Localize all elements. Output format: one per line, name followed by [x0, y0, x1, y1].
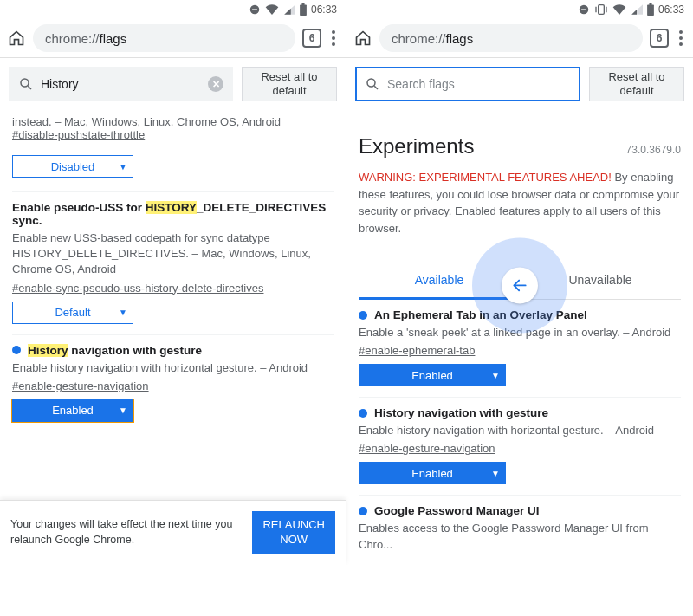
search-highlight: History — [28, 344, 68, 357]
vibrate-icon — [594, 3, 608, 16]
status-time: 06:33 — [658, 3, 684, 16]
flag-title: Google Password Manager UI — [359, 504, 681, 517]
flag-description: Enable a 'sneak peek' at a linked page i… — [359, 325, 681, 340]
flag-title: History navigation with gesture — [359, 406, 681, 419]
dnd-icon — [249, 3, 261, 16]
clear-search-button[interactable]: ✕ — [208, 76, 223, 92]
dropdown-value: Enabled — [411, 467, 453, 480]
flag-dropdown-default[interactable]: Default▼ — [12, 302, 133, 324]
flag-dropdown-enabled[interactable]: Enabled▼ — [359, 462, 506, 484]
flag-hash-link[interactable]: #enable-gesture-navigation — [12, 379, 149, 392]
relaunch-bar: Your changes will take effect the next t… — [0, 500, 346, 565]
signal-icon — [631, 4, 643, 15]
tab-count: 6 — [309, 32, 315, 44]
tab-available[interactable]: Available — [359, 263, 520, 300]
reset-all-button[interactable]: Reset all todefault — [589, 67, 684, 101]
reset-label-2: default — [619, 84, 653, 97]
dropdown-value: Default — [55, 306, 90, 319]
wifi-icon — [612, 4, 626, 15]
flag-dropdown-disabled[interactable]: Disabled▼ — [12, 155, 133, 178]
experiments-tabs: Available Unavailable — [359, 263, 681, 300]
flags-search-input[interactable] — [41, 77, 201, 91]
tab-switcher-button[interactable]: 6 — [650, 29, 669, 48]
svg-point-13 — [367, 79, 375, 87]
url-path: flags — [100, 31, 127, 46]
browser-toolbar: chrome://flags 6 — [346, 19, 693, 57]
svg-rect-2 — [300, 5, 307, 16]
svg-rect-7 — [581, 9, 586, 10]
search-icon — [365, 76, 380, 92]
battery-icon — [300, 3, 307, 16]
dnd-icon — [578, 3, 590, 16]
flag-hash-link[interactable]: #disable-pushstate-throttle — [12, 128, 145, 141]
url-path: flags — [446, 31, 474, 46]
search-icon — [18, 76, 34, 92]
chevron-down-icon: ▼ — [119, 162, 127, 172]
svg-line-14 — [374, 86, 378, 89]
svg-point-4 — [21, 79, 29, 87]
flag-hash-link[interactable]: #enable-ephemeral-tab — [359, 344, 475, 357]
reset-label-1: Reset all to — [261, 70, 317, 83]
flag-dropdown-enabled[interactable]: Enabled▼ — [12, 399, 133, 422]
warning-text: WARNING: EXPERIMENTAL FEATURES AHEAD! By… — [359, 169, 681, 237]
reset-label-1: Reset all to — [608, 70, 664, 83]
tab-switcher-button[interactable]: 6 — [302, 29, 321, 48]
url-scheme: chrome:// — [45, 31, 100, 46]
svg-line-5 — [28, 86, 31, 89]
flag-description: Enables access to the Google Password Ma… — [359, 521, 681, 552]
flags-search-box[interactable] — [355, 67, 580, 101]
home-icon[interactable] — [7, 29, 26, 48]
flags-search-box[interactable]: ✕ — [9, 67, 233, 101]
modified-flag-dot-icon — [359, 409, 367, 418]
svg-rect-1 — [252, 9, 257, 10]
chevron-down-icon: ▼ — [491, 371, 500, 380]
svg-rect-12 — [649, 3, 651, 5]
relaunch-button[interactable]: RELAUNCH NOW — [252, 511, 335, 554]
flag-description: Enable history navigation with horizonta… — [12, 360, 334, 376]
omnibox[interactable]: chrome://flags — [379, 24, 643, 52]
flag-dropdown-enabled[interactable]: Enabled▼ — [359, 364, 506, 386]
experiments-heading: Experiments — [359, 134, 474, 159]
dropdown-value: Enabled — [411, 369, 453, 382]
modified-flag-dot-icon — [359, 311, 367, 320]
flag-title: History navigation with gesture — [12, 344, 334, 357]
chevron-down-icon: ▼ — [119, 308, 127, 317]
chevron-down-icon: ▼ — [491, 469, 500, 478]
svg-rect-11 — [647, 5, 654, 16]
truncated-flag-desc: instead. – Mac, Windows, Linux, Chrome O… — [12, 110, 334, 128]
flag-hash-link[interactable]: #enable-gesture-navigation — [359, 442, 495, 455]
flags-search-input[interactable] — [387, 77, 571, 91]
flag-title: An Ephemeral Tab in an Overlay Panel — [359, 308, 681, 321]
home-icon[interactable] — [353, 29, 372, 48]
chevron-down-icon: ▼ — [119, 405, 127, 415]
tab-unavailable[interactable]: Unavailable — [520, 263, 681, 299]
modified-flag-dot-icon — [12, 346, 21, 354]
flag-title: Enable pseudo-USS for HISTORY_DELETE_DIR… — [12, 201, 334, 227]
status-time: 06:33 — [311, 3, 337, 16]
relaunch-message: Your changes will take effect the next t… — [10, 517, 243, 548]
url-scheme: chrome:// — [392, 31, 446, 46]
browser-toolbar: chrome://flags 6 — [0, 19, 346, 57]
reset-all-button[interactable]: Reset all todefault — [242, 67, 337, 101]
wifi-icon — [265, 4, 279, 15]
battery-icon — [647, 3, 654, 16]
menu-button[interactable] — [676, 27, 686, 49]
svg-rect-8 — [599, 5, 605, 15]
tab-count: 6 — [657, 32, 663, 44]
status-bar: 06:33 — [0, 0, 346, 19]
flag-hash-link[interactable]: #enable-sync-pseudo-uss-history-delete-d… — [12, 282, 263, 295]
reset-label-2: default — [272, 84, 306, 97]
omnibox[interactable]: chrome://flags — [33, 24, 295, 52]
dropdown-value: Disabled — [51, 160, 95, 173]
modified-flag-dot-icon — [359, 507, 367, 515]
search-highlight: HISTORY — [146, 201, 197, 214]
chrome-version: 73.0.3679.0 — [626, 144, 681, 156]
warning-red: WARNING: EXPERIMENTAL FEATURES AHEAD! — [359, 171, 612, 184]
dropdown-value: Enabled — [52, 404, 94, 417]
menu-button[interactable] — [328, 27, 339, 49]
flag-description: Enable history navigation with horizonta… — [359, 423, 681, 438]
flag-description: Enable new USS-based codepath for sync d… — [12, 230, 334, 278]
svg-rect-3 — [301, 3, 304, 5]
signal-icon — [283, 4, 295, 15]
status-bar: 06:33 — [346, 0, 693, 19]
